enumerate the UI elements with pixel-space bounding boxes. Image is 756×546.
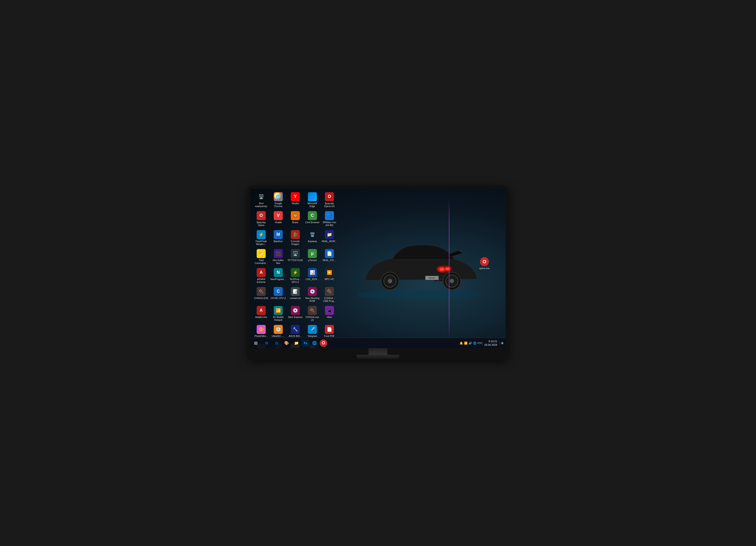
icon-label-total-commander: Total Command... <box>253 259 269 265</box>
icon-ch341exe[interactable]: 🔌CH341A.EXE <box>253 286 269 305</box>
taskbar-browser[interactable]: 🌐 <box>310 338 319 348</box>
icon-lns2024[interactable]: 📊LNS_2024... <box>304 267 321 286</box>
taskbar-photoshop[interactable]: Ps <box>302 339 309 347</box>
start-button[interactable]: ⊞ <box>250 338 261 348</box>
icon-label-yandex: Yandex <box>291 202 299 205</box>
icon-img-browser-opera-gx: O <box>325 192 334 201</box>
icon-viber[interactable]: 📱Viber <box>321 305 338 323</box>
icon-ms-edge[interactable]: 🌀Microsoft Edge <box>304 191 321 210</box>
icon-tft-test[interactable]: 🖥️TFTTEST.EXE <box>287 248 304 267</box>
icon-brave[interactable]: 🦁Brave <box>287 210 304 229</box>
icon-label-srware-iron: SRWare Iron (64-Bit) <box>322 221 337 227</box>
icon-label-browser-opera: Браузер Opera <box>253 221 269 227</box>
icon-4g-hotspot[interactable]: 📶4G Mobile Hotspot <box>270 305 287 323</box>
taskbar-volume-icon: 🔊 <box>469 341 472 345</box>
icon-img-neoprof: N <box>274 268 283 277</box>
taskbar-paint[interactable]: 🎨 <box>282 338 291 348</box>
icon-img-google-chrome: 🌐 <box>274 192 283 201</box>
icon-aida64exe[interactable]: AAida64.exe <box>253 305 269 323</box>
taskbar-show-desktop[interactable]: 🖥 <box>500 341 504 345</box>
taskbar: ⊞ W ⊞ 🎨 📁 Ps 🌐 O 🔔 📶 🔊 🌐 РУС <box>250 338 506 348</box>
icon-img-photofiltre: 🎨 <box>257 325 266 334</box>
icon-opera-right[interactable]: O opera.exe <box>476 256 493 272</box>
icon-aida64[interactable]: AAIDA64 Extreme <box>253 267 269 286</box>
icon-label-realworld: REAL_WOR... <box>322 240 337 243</box>
icon-img-yandex: Y <box>291 192 300 201</box>
icon-total-commander[interactable]: 📂Total Command... <box>253 248 269 267</box>
icon-img-vivaldi: V <box>274 211 283 220</box>
icon-neoprof[interactable]: NNeoProgram... <box>270 267 287 286</box>
icon-realworld[interactable]: 📁REAL_WOR... <box>321 229 338 248</box>
icon-cpuid[interactable]: CCPUID CPU-Z <box>270 286 287 305</box>
icon-img-4g-hotspot: 📶 <box>274 306 283 315</box>
svg-text:MIXSRV: MIXSRV <box>429 277 435 279</box>
icon-nero-burning[interactable]: 💿Nero Burning ROM <box>304 286 321 305</box>
taskbar-opera-task[interactable]: O <box>320 339 327 347</box>
icon-label-asus-bios: ASUS BIO... <box>289 335 302 338</box>
screen: MIXSRV 🖥️Этот компьютер🌐Google ChromeYYa… <box>250 189 506 348</box>
taskbar-explorer[interactable]: 📁 <box>292 338 301 348</box>
taskbar-sys-icons: 🔔 📶 🔊 🌐 РУС <box>460 341 483 345</box>
icon-img-aida64: A <box>257 268 266 277</box>
icon-this-pc[interactable]: 🖥️Этот компьютер <box>253 191 269 210</box>
icon-hex-editor[interactable]: ⬛Hex Editor Neo <box>270 248 287 267</box>
icon-label-techpower: TechPow... GPU-Z <box>287 278 303 284</box>
icon-flashpeak[interactable]: ⚡FlashPeak Slimjet (... <box>253 229 269 248</box>
icon-img-ms-edge: 🌀 <box>308 192 317 201</box>
icon-mpchc[interactable]: ▶️MPC-HC <box>321 267 338 286</box>
svg-point-3 <box>388 279 392 283</box>
taskbar-win[interactable]: ⊞ <box>272 338 281 348</box>
icon-maxthon[interactable]: MMaxthon <box>270 229 287 248</box>
taskbar-wifi-icon: 📶 <box>464 341 468 345</box>
taskbar-items: W ⊞ 🎨 📁 Ps 🌐 O <box>261 338 460 348</box>
icon-label-hex-editor: Hex Editor Neo <box>270 259 286 265</box>
icon-img-total-commander: 📂 <box>257 249 266 258</box>
icon-img-lns2024: 📊 <box>308 268 317 277</box>
icon-img-comodo-dragon: 🐉 <box>291 230 300 239</box>
taskbar-notify-icon: 🔔 <box>460 341 463 345</box>
svg-point-0 <box>357 290 481 300</box>
icon-img-techpower: ⚡ <box>291 268 300 277</box>
icon-img-real-pic: 📄 <box>325 249 334 258</box>
icon-ch341-usb[interactable]: 🔌CH341A – USB Prog... <box>321 286 338 305</box>
icon-img-srware-iron: 🔵 <box>325 211 334 220</box>
icon-label-utorrent: µTorrent <box>308 259 317 262</box>
icon-img-hex-editor: ⬛ <box>274 249 283 258</box>
icon-label-tft-test: TFTTEST.EXE <box>287 259 303 262</box>
icon-google-chrome[interactable]: 🌐Google Chrome <box>270 191 287 210</box>
monitor-stand-neck <box>369 348 387 355</box>
icon-techpower[interactable]: ⚡TechPow... GPU-Z <box>287 267 304 286</box>
icon-label-nero-express: Nero Express <box>288 316 303 319</box>
icon-real-pic[interactable]: 📄REAL_PIC... <box>321 248 338 267</box>
icon-label-comodo-dragon: Comodo Dragon <box>287 240 303 246</box>
icon-browser-opera[interactable]: OБраузер Opera <box>253 210 269 229</box>
icon-img-ch341exe2: 🔌 <box>308 306 317 315</box>
icon-ch341exe2[interactable]: 🔌CH341A.exe (2) <box>304 305 321 323</box>
icon-label-cpuid: CPUID CPU-Z <box>271 297 286 300</box>
taskbar-word[interactable]: W <box>262 338 271 348</box>
icon-label-ch341-usb: CH341A – USB Prog... <box>322 297 337 303</box>
icon-browser-opera-gx[interactable]: OБраузер Opera GX <box>321 191 338 210</box>
icon-recycle[interactable]: 🗑️Корзина <box>304 229 321 248</box>
icon-label-aida64: AIDA64 Extreme <box>253 278 269 284</box>
icon-label-recycle: Корзина <box>308 240 317 243</box>
icon-label-real-pic: REAL_PIC... <box>323 259 336 262</box>
icon-label-ms-edge: Microsoft Edge <box>305 202 320 208</box>
car-wallpaper: MIXSRV <box>352 218 485 310</box>
icon-srware-iron[interactable]: 🔵SRWare Iron (64-Bit) <box>321 210 338 229</box>
taskbar-lang[interactable]: РУС <box>478 342 483 345</box>
icon-nero-express[interactable]: 💿Nero Express <box>287 305 304 323</box>
desktop-icons: 🖥️Этот компьютер🌐Google ChromeYYandex🌀Mi… <box>253 191 338 348</box>
icon-label-lns2024: LNS_2024... <box>306 278 319 281</box>
icon-cent-browser[interactable]: CCent Browser <box>304 210 321 229</box>
icon-img-mpchc: ▶️ <box>325 268 334 277</box>
monitor-stand-base <box>357 355 399 359</box>
icon-contact[interactable]: 📝contact.txt <box>287 286 304 305</box>
icon-yandex[interactable]: YYandex <box>287 191 304 210</box>
icon-img-contact: 📝 <box>291 287 300 296</box>
icon-comodo-dragon[interactable]: 🐉Comodo Dragon <box>287 229 304 248</box>
icon-vivaldi[interactable]: VVivaldi <box>270 210 287 229</box>
taskbar-time-display: 9:14:21 <box>484 340 497 343</box>
icon-img-utorrent: μ <box>308 249 317 258</box>
icon-utorrent[interactable]: μµTorrent <box>304 248 321 267</box>
